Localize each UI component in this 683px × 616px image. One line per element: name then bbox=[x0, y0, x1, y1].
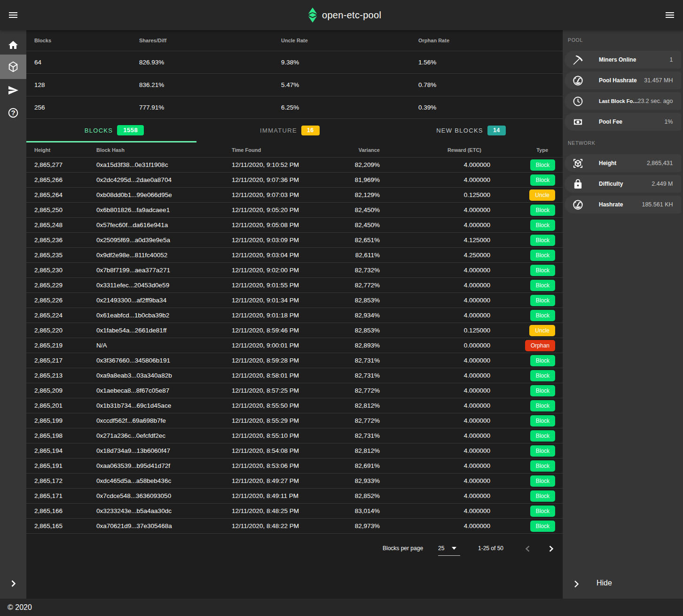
svg-text:?: ? bbox=[11, 109, 15, 117]
